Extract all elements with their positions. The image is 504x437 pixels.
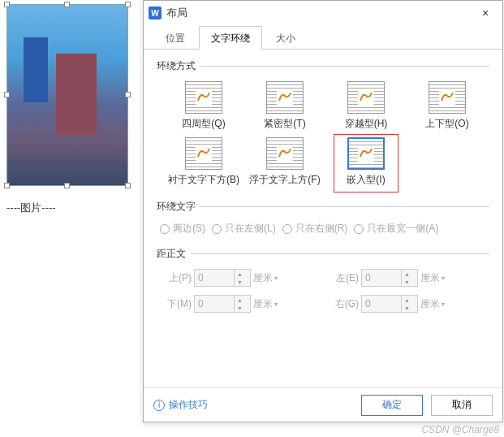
ok-button[interactable]: 确定 bbox=[361, 395, 423, 416]
wrap-option-topbottom[interactable]: 上下型(O) bbox=[407, 81, 488, 131]
group-text-title: 环绕文字 bbox=[157, 200, 489, 214]
wrap-icon bbox=[266, 137, 304, 170]
unit-label: 厘米 bbox=[418, 271, 447, 285]
dist-right-label: 右(G) bbox=[329, 297, 361, 311]
wrap-option-tight[interactable]: 紧密型(T) bbox=[244, 81, 325, 131]
radio-left: 只在左侧(L) bbox=[212, 222, 276, 236]
dialog-footer: i 操作技巧 确定 取消 bbox=[144, 387, 502, 422]
dist-left-label: 左(E) bbox=[329, 271, 361, 285]
tab-text-wrap[interactable]: 文字环绕 bbox=[199, 26, 262, 50]
dialog-body: 环绕方式 四周型(Q) 紧密型(T) 穿越型(H) 上下型(O) 衬于文字下方(… bbox=[144, 50, 502, 389]
radio-icon bbox=[354, 224, 364, 234]
dist-left-input: ▲▼ bbox=[361, 269, 418, 287]
wrap-options: 四周型(Q) 紧密型(T) 穿越型(H) 上下型(O) 衬于文字下方(B) 浮于… bbox=[157, 81, 489, 193]
resize-handle[interactable] bbox=[4, 2, 10, 7]
selected-image[interactable]: ⟳ bbox=[6, 4, 128, 186]
tab-bar: 位置 文字环绕 大小 bbox=[144, 25, 502, 50]
radio-icon bbox=[160, 224, 170, 234]
titlebar: W 布局 × bbox=[144, 1, 502, 25]
resize-handle[interactable] bbox=[4, 183, 10, 188]
unit-label: 厘米 bbox=[418, 297, 447, 311]
close-button[interactable]: × bbox=[473, 5, 498, 21]
wrap-icon bbox=[266, 81, 304, 114]
wrap-icon bbox=[185, 137, 222, 170]
wrap-option-through[interactable]: 穿越型(H) bbox=[325, 81, 407, 131]
wrap-icon bbox=[347, 137, 385, 170]
tips-link[interactable]: 操作技巧 bbox=[169, 398, 208, 412]
dist-bottom-label: 下(M) bbox=[162, 297, 194, 311]
wrap-text-radios: 两边(S) 只在左侧(L) 只在右侧(R) 只在最宽一侧(A) bbox=[157, 222, 489, 247]
image-selection-area: ⟳ ----图片---- bbox=[6, 4, 136, 215]
group-wrap-title: 环绕方式 bbox=[157, 59, 489, 73]
resize-handle[interactable] bbox=[125, 183, 131, 188]
wrap-icon bbox=[347, 81, 385, 114]
wrap-option-front[interactable]: 浮于文字上方(F) bbox=[244, 137, 325, 187]
dist-top-label: 上(P) bbox=[162, 271, 194, 285]
wrap-option-square[interactable]: 四周型(Q) bbox=[163, 81, 244, 131]
radio-icon bbox=[212, 224, 222, 234]
group-dist-title: 距正文 bbox=[157, 247, 489, 261]
unit-label: 厘米 bbox=[251, 297, 280, 311]
distance-grid: 上(P) ▲▼ 厘米 左(E) ▲▼ 厘米 下(M) ▲▼ 厘米 右(G) ▲▼… bbox=[157, 269, 489, 313]
image-content bbox=[7, 5, 127, 185]
resize-handle[interactable] bbox=[125, 2, 131, 7]
dist-bottom-input: ▲▼ bbox=[194, 295, 251, 313]
app-icon: W bbox=[149, 6, 162, 19]
resize-handle[interactable] bbox=[125, 92, 131, 97]
dist-right-input: ▲▼ bbox=[361, 295, 418, 313]
tab-position[interactable]: 位置 bbox=[153, 26, 197, 50]
resize-handle[interactable] bbox=[4, 92, 10, 97]
wrap-icon bbox=[185, 81, 222, 114]
dialog-title: 布局 bbox=[166, 6, 473, 20]
layout-dialog: W 布局 × 位置 文字环绕 大小 环绕方式 四周型(Q) 紧密型(T) 穿越型… bbox=[143, 0, 503, 422]
radio-right: 只在右侧(R) bbox=[282, 222, 348, 236]
wrap-icon bbox=[429, 81, 466, 114]
resize-handle[interactable] bbox=[64, 183, 70, 188]
cancel-button[interactable]: 取消 bbox=[431, 395, 493, 416]
resize-handle[interactable] bbox=[64, 2, 70, 7]
unit-label: 厘米 bbox=[251, 271, 280, 285]
image-caption: ----图片---- bbox=[6, 201, 136, 215]
radio-icon bbox=[282, 224, 292, 234]
wrap-option-behind[interactable]: 衬于文字下方(B) bbox=[163, 137, 244, 187]
radio-both: 两边(S) bbox=[160, 222, 205, 236]
dist-top-input: ▲▼ bbox=[194, 269, 251, 287]
wrap-option-inline[interactable]: 嵌入型(I) bbox=[325, 137, 407, 187]
radio-widest: 只在最宽一侧(A) bbox=[354, 222, 438, 236]
watermark: CSDN @Charge8 bbox=[421, 424, 499, 435]
tab-size[interactable]: 大小 bbox=[264, 26, 308, 50]
info-icon: i bbox=[153, 400, 165, 411]
